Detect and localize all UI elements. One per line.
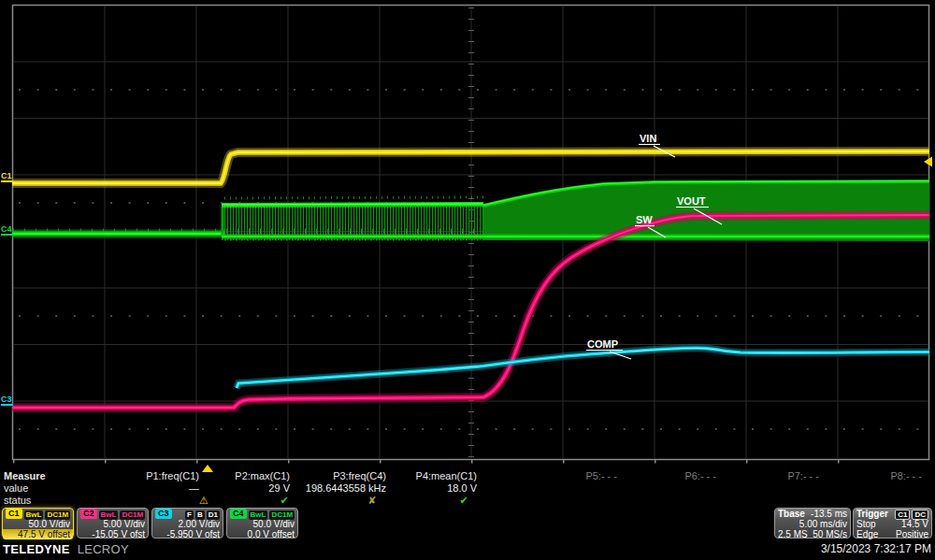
status-row-title: status [4,495,31,507]
c3-b-badge: B [195,510,205,520]
measure-header-row: Measure P1:freq(C1) P2:max(C1) P3:freq(C… [0,470,935,482]
trigger-slope: Positive [896,529,928,539]
vout-label: VOUT [677,195,706,207]
c4-badge: C4 [230,509,247,519]
c2-offset: -15.05 V ofst [92,529,145,539]
timebase-samples: 2.5 MS [778,529,808,539]
c2-bwl-badge: BwL [99,510,119,520]
c3-offset-marker[interactable]: C3 [1,395,12,404]
channel-c1-descriptor[interactable]: C1 BwLDC1M 50.0 V/div 47.5 V offset [2,508,74,538]
channel-c4-descriptor[interactable]: C4 BwLDC1M 50.0 V/div 0.0 V offset [226,508,298,538]
trigger-label: Trigger [856,509,888,519]
c1-offset: 47.5 V offset [18,529,70,539]
brand-lecroy: LECROY [78,542,129,556]
channel-c2-descriptor[interactable]: C2 BwLDC1M 5.00 V/div -15.05 V ofst [77,508,149,538]
c2-badge: C2 [80,509,97,519]
timebase-scale: 5.00 ms/div [799,519,847,529]
c1-vdiv: 50.0 V/div [29,519,70,529]
c4-coupling-badge: DC1M [269,510,295,520]
c1-coupling-badge: DC1M [45,510,70,520]
c3-vdiv: 2.00 V/div [179,519,220,529]
c4-offset-marker[interactable]: C4 [1,224,12,234]
c3-f-badge: F [185,510,194,520]
timebase-descriptor[interactable]: Tbase -13.5 ms 5.00 ms/div 2.5 MS 50 MS/… [774,508,851,538]
c3-badge: C3 [155,509,172,519]
oscilloscope-screen: C1 C4 C3 VIN VOUT SW COMP Measure P1:fre… [0,0,935,560]
measure-row-title: Measure [4,470,46,482]
timebase-delay: -13.5 ms [811,509,847,519]
brand-teledyne: TELEDYNE [3,542,70,556]
c3-d1-badge: D1 [207,510,220,520]
measure-p4-value: 18.0 V [353,482,477,495]
c3-offset: -5.950 V ofst [166,529,220,539]
trigger-descriptor[interactable]: Trigger C1DC Stop 14.5 V Edge Positive [853,508,932,538]
measure-p8-header[interactable]: P8:- - - [798,470,922,482]
c4-vdiv: 50.0 V/div [253,519,295,529]
comp-label: COMP [587,338,618,350]
trigger-mode: Stop [856,519,876,529]
c4-offset: 0.0 V offset [248,529,295,539]
timebase-label: Tbase [778,509,805,519]
c1-bwl-badge: BwL [24,510,44,520]
sw-label: SW [636,214,653,225]
vin-label: VIN [640,133,656,144]
measure-p4-status-icon: ✔ [402,495,525,506]
value-row-title: value [4,482,28,495]
measure-status-row: status ⚠ ✔ ✘ ✔ [0,495,935,507]
c1-offset-marker[interactable]: C1 [1,171,12,180]
c2-coupling-badge: DC1M [120,510,145,520]
c2-vdiv: 5.00 V/div [104,519,145,529]
measure-p4-header[interactable]: P4:mean(C1) [353,470,477,482]
trigger-level: 14.5 V [901,519,928,529]
timebase-rate: 50 MS/s [813,529,847,539]
c1-badge: C1 [6,509,22,519]
trigger-source-badge: C1 [895,510,910,520]
channel-c3-descriptor[interactable]: C3 FBD1 2.00 V/div -5.950 V ofst [151,508,223,538]
c4-bwl-badge: BwL [249,510,268,520]
trigger-coupling-badge: DC [912,510,928,520]
measure-value-row: value — 29 V 198.6443558 kHz 18.0 V [0,482,935,495]
datetime: 3/15/2023 7:32:17 PM [821,542,931,555]
trigger-type: Edge [856,529,878,539]
brand-logo: TELEDYNE LECROY [3,542,129,556]
